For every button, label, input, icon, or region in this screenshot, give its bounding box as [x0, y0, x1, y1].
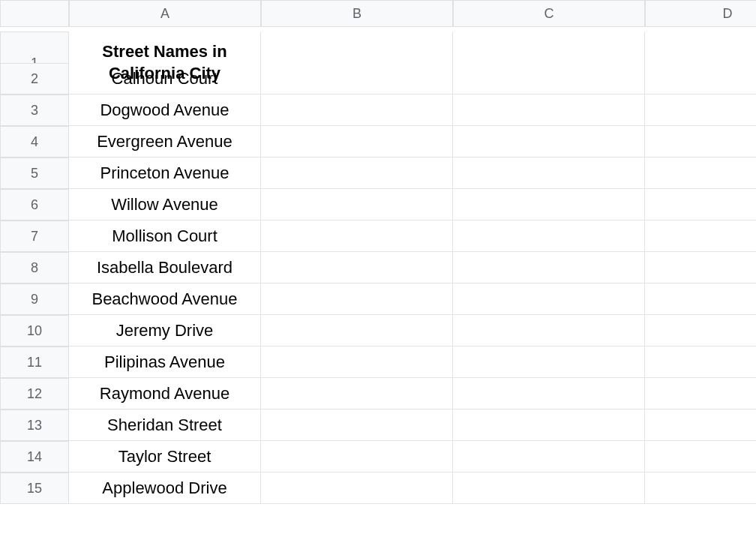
cell-A7[interactable]: Mollison Court: [69, 220, 261, 252]
cell-A8[interactable]: Isabella Boulevard: [69, 252, 261, 284]
row-header-15[interactable]: 15: [0, 472, 69, 504]
cell-D6[interactable]: [645, 189, 756, 220]
cell-D14[interactable]: [645, 441, 756, 472]
cell-B5[interactable]: [261, 158, 453, 189]
cell-A2[interactable]: Calhoun Court: [69, 63, 261, 94]
cell-A4[interactable]: Evergreen Avenue: [69, 126, 261, 158]
cell-D5[interactable]: [645, 158, 756, 189]
row-header-9[interactable]: 9: [0, 284, 69, 315]
cell-C14[interactable]: [453, 441, 645, 472]
spreadsheet-grid[interactable]: A B C D 1 Street Names in California Cit…: [0, 0, 756, 504]
cell-C3[interactable]: [453, 94, 645, 126]
cell-C10[interactable]: [453, 315, 645, 346]
cell-C8[interactable]: [453, 252, 645, 284]
row-header-2[interactable]: 2: [0, 63, 69, 94]
cell-B7[interactable]: [261, 220, 453, 252]
row-header-12[interactable]: 12: [0, 378, 69, 410]
cell-A14[interactable]: Taylor Street: [69, 441, 261, 472]
cell-D3[interactable]: [645, 94, 756, 126]
cell-B14[interactable]: [261, 441, 453, 472]
cell-B15[interactable]: [261, 472, 453, 504]
row-header-10[interactable]: 10: [0, 315, 69, 346]
cell-A6[interactable]: Willow Avenue: [69, 189, 261, 220]
cell-B4[interactable]: [261, 126, 453, 158]
cell-C11[interactable]: [453, 346, 645, 378]
cell-C4[interactable]: [453, 126, 645, 158]
cell-D4[interactable]: [645, 126, 756, 158]
cell-D7[interactable]: [645, 220, 756, 252]
cell-C2[interactable]: [453, 63, 645, 94]
row-header-8[interactable]: 8: [0, 252, 69, 284]
cell-C15[interactable]: [453, 472, 645, 504]
cell-A9[interactable]: Beachwood Avenue: [69, 284, 261, 315]
cell-A13[interactable]: Sheridan Street: [69, 410, 261, 441]
cell-B2[interactable]: [261, 63, 453, 94]
cell-D8[interactable]: [645, 252, 756, 284]
row-header-4[interactable]: 4: [0, 126, 69, 158]
cell-C5[interactable]: [453, 158, 645, 189]
cell-A11[interactable]: Pilipinas Avenue: [69, 346, 261, 378]
cell-D13[interactable]: [645, 410, 756, 441]
cell-B10[interactable]: [261, 315, 453, 346]
cell-B13[interactable]: [261, 410, 453, 441]
row-header-13[interactable]: 13: [0, 410, 69, 441]
cell-D10[interactable]: [645, 315, 756, 346]
cell-C7[interactable]: [453, 220, 645, 252]
cell-B8[interactable]: [261, 252, 453, 284]
row-header-7[interactable]: 7: [0, 220, 69, 252]
cell-D2[interactable]: [645, 63, 756, 94]
row-header-5[interactable]: 5: [0, 158, 69, 189]
row-header-3[interactable]: 3: [0, 94, 69, 126]
cell-C9[interactable]: [453, 284, 645, 315]
cell-A10[interactable]: Jeremy Drive: [69, 315, 261, 346]
cell-B3[interactable]: [261, 94, 453, 126]
row-header-6[interactable]: 6: [0, 189, 69, 220]
col-header-B[interactable]: B: [261, 0, 453, 27]
row-header-11[interactable]: 11: [0, 346, 69, 378]
cell-A3[interactable]: Dogwood Avenue: [69, 94, 261, 126]
cell-A15[interactable]: Applewood Drive: [69, 472, 261, 504]
col-header-A[interactable]: A: [69, 0, 261, 27]
cell-B11[interactable]: [261, 346, 453, 378]
cell-B12[interactable]: [261, 378, 453, 410]
select-all-corner[interactable]: [0, 0, 69, 27]
cell-A5[interactable]: Princeton Avenue: [69, 158, 261, 189]
row-header-14[interactable]: 14: [0, 441, 69, 472]
cell-B6[interactable]: [261, 189, 453, 220]
cell-B9[interactable]: [261, 284, 453, 315]
cell-D15[interactable]: [645, 472, 756, 504]
col-header-D[interactable]: D: [645, 0, 756, 27]
cell-C12[interactable]: [453, 378, 645, 410]
cell-A1-line1: Street Names in: [102, 41, 226, 63]
cell-C6[interactable]: [453, 189, 645, 220]
col-header-C[interactable]: C: [453, 0, 645, 27]
cell-D9[interactable]: [645, 284, 756, 315]
cell-A12[interactable]: Raymond Avenue: [69, 378, 261, 410]
cell-D12[interactable]: [645, 378, 756, 410]
cell-D11[interactable]: [645, 346, 756, 378]
cell-C13[interactable]: [453, 410, 645, 441]
